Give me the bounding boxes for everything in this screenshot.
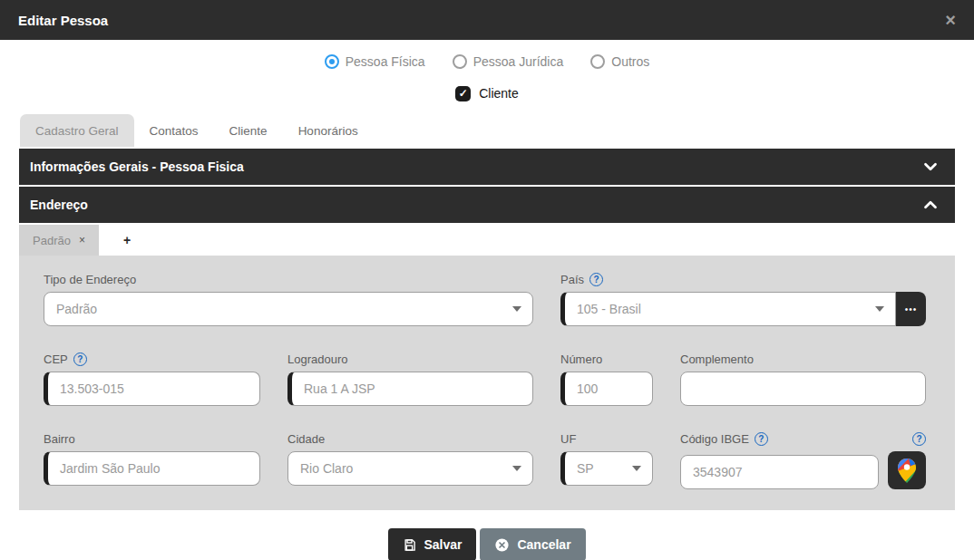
bairro-value: Jardim São Paulo <box>60 461 161 476</box>
cancel-button-label: Cancelar <box>517 537 570 552</box>
help-icon[interactable]: ? <box>755 432 768 446</box>
numero-value: 100 <box>577 381 598 396</box>
radio-pessoa-fisica[interactable]: Pessoa Física <box>325 54 425 69</box>
field-complemento: Complemento <box>680 352 926 406</box>
form-row-2: CEP ? 13.503-015 Logradouro Rua 1 A JSP … <box>44 352 931 406</box>
field-uf: UF SP <box>560 432 653 489</box>
chevron-down-icon <box>875 306 884 312</box>
section-title: Endereço <box>30 198 88 212</box>
cep-input[interactable]: 13.503-015 <box>44 372 260 406</box>
pais-label: País <box>560 273 584 286</box>
bairro-input[interactable]: Jardim São Paulo <box>44 451 260 486</box>
uf-select[interactable]: SP <box>560 451 653 486</box>
main-tabs: Cadastro Geral Contatos Cliente Honorári… <box>20 114 974 147</box>
ibge-label-row: Código IBGE ? ? <box>680 432 926 446</box>
field-logradouro: Logradouro Rua 1 A JSP <box>287 352 533 406</box>
complemento-input[interactable] <box>680 372 926 406</box>
cliente-checkbox-row: ✓ Cliente <box>0 85 974 101</box>
cidade-select[interactable]: Rio Claro <box>287 451 533 486</box>
cidade-value: Rio Claro <box>300 461 353 476</box>
section-informacoes-gerais[interactable]: Informações Gerais - Pessoa Fisica <box>19 149 955 185</box>
radio-label: Outros <box>611 54 649 69</box>
field-tipo-endereco: Tipo de Endereço Padrão <box>44 273 533 326</box>
cep-value: 13.503-015 <box>60 381 124 396</box>
radio-unselected-icon[interactable] <box>453 54 467 69</box>
field-bairro: Bairro Jardim São Paulo <box>44 432 260 489</box>
radio-label: Pessoa Física <box>346 54 425 69</box>
radio-unselected-icon[interactable] <box>590 54 605 69</box>
address-tab-padrao[interactable]: Padrão × <box>19 225 99 256</box>
cliente-checkbox-label: Cliente <box>479 86 519 101</box>
cancel-button[interactable]: Cancelar <box>480 528 585 560</box>
form-row-1: Tipo de Endereço Padrão País ? 105 - Bra… <box>44 273 931 326</box>
radio-pessoa-juridica[interactable]: Pessoa Jurídica <box>453 54 564 69</box>
google-maps-pin-icon <box>898 459 916 483</box>
form-row-3: Bairro Jardim São Paulo Cidade Rio Claro… <box>44 432 931 489</box>
footer-actions: Salvar Cancelar <box>0 528 974 560</box>
google-maps-button[interactable] <box>888 451 926 489</box>
address-form-panel: Tipo de Endereço Padrão País ? 105 - Bra… <box>19 256 955 510</box>
bairro-label: Bairro <box>44 432 260 446</box>
ibge-label: Código IBGE <box>680 432 749 446</box>
field-cidade: Cidade Rio Claro <box>287 432 533 489</box>
save-button-label: Salvar <box>424 537 462 552</box>
save-icon <box>403 538 416 552</box>
chevron-up-icon[interactable] <box>920 195 940 215</box>
close-icon[interactable]: × <box>945 11 956 29</box>
section-endereco[interactable]: Endereço <box>19 187 955 223</box>
field-cep: CEP ? 13.503-015 <box>44 352 260 406</box>
chevron-down-icon <box>632 466 641 471</box>
tab-cliente[interactable]: Cliente <box>214 114 283 147</box>
pais-label-row: País ? <box>560 273 926 286</box>
uf-value: SP <box>577 461 594 476</box>
cancel-icon <box>494 537 510 553</box>
tipo-endereco-label: Tipo de Endereço <box>44 273 533 286</box>
cliente-checkbox[interactable]: ✓ <box>455 86 471 101</box>
logradouro-value: Rua 1 A JSP <box>304 381 375 396</box>
numero-label: Número <box>560 352 653 366</box>
ibge-value: 3543907 <box>693 465 743 479</box>
pais-select[interactable]: 105 - Brasil <box>560 292 896 326</box>
modal-title: Editar Pessoa <box>18 13 108 28</box>
close-tab-icon[interactable]: × <box>79 234 85 246</box>
address-tab-label: Padrão <box>33 234 71 247</box>
numero-input[interactable]: 100 <box>560 372 653 406</box>
modal-header: Editar Pessoa × <box>0 0 974 40</box>
section-title: Informações Gerais - Pessoa Fisica <box>30 159 244 174</box>
logradouro-label: Logradouro <box>287 352 533 366</box>
cep-label-row: CEP ? <box>44 352 260 366</box>
add-address-tab-button[interactable]: + <box>108 225 146 256</box>
person-type-radio-group: Pessoa Física Pessoa Jurídica Outros <box>0 53 974 71</box>
radio-selected-icon[interactable] <box>325 54 339 69</box>
tab-honorarios[interactable]: Honorários <box>283 114 374 147</box>
address-tabs: Padrão × + <box>19 225 955 256</box>
pais-value: 105 - Brasil <box>577 302 641 316</box>
logradouro-input[interactable]: Rua 1 A JSP <box>287 372 533 406</box>
complemento-label: Complemento <box>680 352 926 366</box>
accordion: Informações Gerais - Pessoa Fisica Ender… <box>19 149 955 223</box>
field-numero: Número 100 <box>560 352 653 406</box>
chevron-down-icon <box>512 306 521 312</box>
radio-label: Pessoa Jurídica <box>473 54 564 69</box>
field-codigo-ibge: Código IBGE ? ? 3543907 <box>680 432 926 489</box>
more-options-button[interactable]: ••• <box>896 292 926 326</box>
tab-contatos[interactable]: Contatos <box>134 114 214 147</box>
help-icon[interactable]: ? <box>73 352 87 366</box>
uf-label: UF <box>560 432 653 446</box>
cidade-label: Cidade <box>287 432 533 446</box>
save-button[interactable]: Salvar <box>388 528 476 560</box>
radio-outros[interactable]: Outros <box>590 54 649 69</box>
help-icon-map[interactable]: ? <box>912 432 926 446</box>
cep-label: CEP <box>44 352 68 366</box>
ibge-label-wrap: Código IBGE ? <box>680 432 768 446</box>
ibge-input[interactable]: 3543907 <box>680 455 879 489</box>
chevron-down-icon <box>512 466 521 471</box>
field-pais: País ? 105 - Brasil ••• <box>560 273 926 326</box>
chevron-down-icon[interactable] <box>920 157 940 177</box>
tipo-endereco-value: Padrão <box>56 302 97 316</box>
help-icon[interactable]: ? <box>589 273 603 286</box>
tab-cadastro-geral[interactable]: Cadastro Geral <box>20 114 134 147</box>
tipo-endereco-select[interactable]: Padrão <box>44 292 533 326</box>
